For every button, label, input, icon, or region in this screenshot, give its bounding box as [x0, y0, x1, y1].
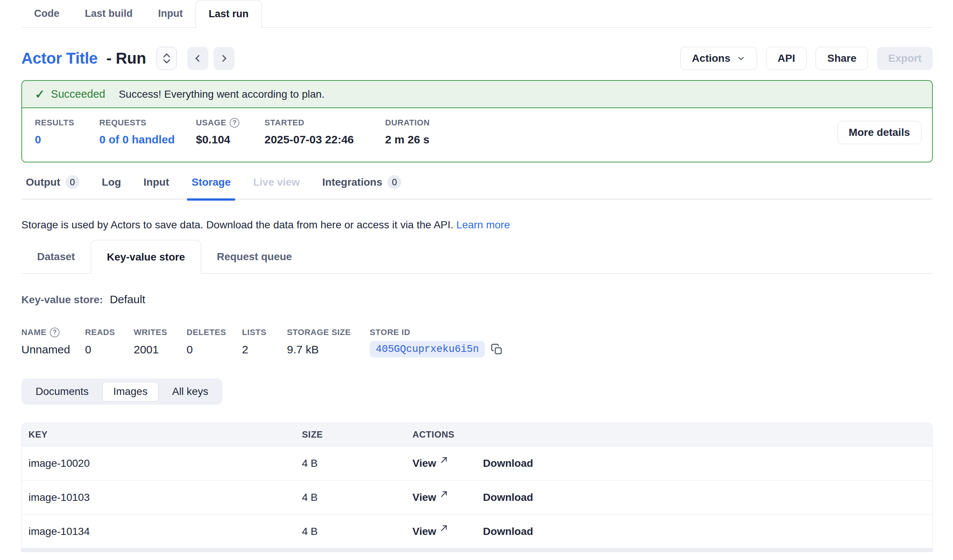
store-stat-deletes: DELETES 0: [186, 328, 242, 357]
run-selector-button[interactable]: [157, 47, 177, 70]
store-stats: NAME ? Unnamed READS 0 WRITES 2001 DELET…: [21, 328, 933, 357]
external-link-icon: [440, 526, 448, 532]
tab-input[interactable]: Input: [145, 0, 196, 27]
table-row: image-10020 4 B View Download: [22, 446, 933, 480]
check-icon: ✓: [35, 87, 45, 101]
actions-dropdown-button[interactable]: Actions: [680, 47, 757, 70]
tab-dataset[interactable]: Dataset: [21, 240, 91, 273]
chevron-right-icon: [219, 53, 229, 63]
name-help-icon[interactable]: ?: [50, 328, 60, 337]
row-size: 4 B: [302, 458, 413, 469]
actions-label: Actions: [692, 53, 731, 64]
stat-started-value: 2025-07-03 22:46: [264, 133, 385, 146]
view-label: View: [413, 526, 436, 538]
kv-store-name: Default: [110, 293, 145, 306]
deletes-header: DELETES: [186, 328, 242, 337]
actor-title-link[interactable]: Actor Title: [21, 50, 98, 67]
storage-tab-bar: Dataset Key-value store Request queue: [21, 240, 933, 274]
writes-header: WRITES: [134, 328, 186, 337]
stat-duration-value: 2 m 26 s: [385, 133, 430, 146]
stat-usage-label: USAGE ?: [196, 118, 264, 128]
col-key-header: KEY: [28, 429, 302, 440]
tab-storage[interactable]: Storage: [191, 175, 230, 189]
download-link[interactable]: Download: [483, 492, 533, 503]
view-label: View: [413, 458, 436, 469]
tab-integrations[interactable]: Integrations 0: [322, 175, 401, 189]
run-tab-bar: Output 0 Log Input Storage Live view Int…: [21, 175, 933, 200]
view-link[interactable]: View: [413, 492, 448, 503]
status-message: Success! Everything went according to pl…: [119, 88, 324, 100]
tab-key-value-store[interactable]: Key-value store: [91, 240, 201, 274]
run-status-card: ✓ Succeeded Success! Everything went acc…: [21, 80, 933, 162]
page-title: Actor Title - Run: [21, 50, 146, 67]
store-stat-name-value: Unnamed: [21, 343, 85, 356]
success-banner: ✓ Succeeded Success! Everything went acc…: [22, 81, 932, 108]
store-stat-storage-size: STORAGE SIZE 9.7 kB: [287, 328, 370, 357]
run-stats: RESULTS 0 REQUESTS 0 of 0 handled USAGE …: [22, 108, 932, 162]
storage-size-value: 9.7 kB: [287, 343, 370, 356]
stat-requests-value[interactable]: 0 of 0 handled: [99, 133, 196, 146]
view-link[interactable]: View: [413, 458, 448, 469]
stat-started: STARTED 2025-07-03 22:46: [264, 118, 385, 146]
row-key: image-10103: [28, 492, 302, 503]
api-button[interactable]: API: [766, 47, 807, 70]
store-stat-name: NAME ? Unnamed: [21, 328, 85, 357]
stat-duration: DURATION 2 m 26 s: [385, 118, 430, 146]
view-label: View: [413, 492, 436, 503]
next-run-button[interactable]: [214, 47, 234, 70]
integrations-count-badge: 0: [387, 175, 401, 189]
previous-run-button[interactable]: [187, 47, 208, 70]
name-header-text: NAME: [21, 328, 47, 337]
tab-last-run[interactable]: Last run: [196, 0, 262, 28]
tab-run-input[interactable]: Input: [143, 175, 169, 189]
stat-requests-label: REQUESTS: [99, 118, 196, 128]
row-size: 4 B: [302, 526, 413, 538]
export-button: Export: [877, 47, 933, 70]
download-link[interactable]: Download: [483, 458, 533, 469]
row-actions: View Download: [413, 492, 933, 503]
filter-all-keys[interactable]: All keys: [161, 381, 219, 402]
storage-description-text: Storage is used by Actors to save data. …: [21, 219, 453, 230]
keys-table: KEY SIZE ACTIONS image-10020 4 B View Do…: [21, 422, 933, 552]
usage-help-icon[interactable]: ?: [230, 118, 239, 128]
download-link[interactable]: Download: [483, 526, 533, 538]
tab-last-build[interactable]: Last build: [72, 0, 146, 27]
row-key: image-10134: [28, 526, 302, 538]
file-tab-bar: Code Last build Input Last run: [21, 0, 933, 28]
tab-integrations-label: Integrations: [322, 176, 382, 188]
reads-header: READS: [85, 328, 134, 337]
store-id-wrap: 405GQcuprxeku6i5n: [370, 341, 503, 357]
chevron-left-icon: [192, 53, 203, 63]
col-size-header: SIZE: [302, 429, 413, 440]
stat-requests: REQUESTS 0 of 0 handled: [99, 118, 196, 146]
kv-store-label: Key-value store:: [21, 294, 103, 306]
keys-table-header: KEY SIZE ACTIONS: [22, 423, 933, 446]
store-id-header: STORE ID: [370, 328, 503, 337]
reads-value: 0: [85, 343, 134, 356]
output-count-badge: 0: [65, 175, 79, 189]
tab-log[interactable]: Log: [102, 175, 121, 189]
stat-duration-label: DURATION: [385, 118, 430, 128]
view-link[interactable]: View: [413, 526, 448, 538]
tab-output[interactable]: Output 0: [26, 175, 79, 189]
up-down-chevrons-icon: [162, 52, 172, 65]
copy-icon[interactable]: [491, 343, 503, 355]
tab-code[interactable]: Code: [21, 0, 72, 27]
store-stat-lists: LISTS 2: [242, 328, 287, 357]
header-actions: Actions API Share Export: [680, 47, 933, 70]
status-badge: Succeeded: [51, 88, 105, 100]
store-stat-store-id: STORE ID 405GQcuprxeku6i5n: [370, 328, 503, 357]
learn-more-link[interactable]: Learn more: [456, 219, 510, 230]
table-row: image-10103 4 B View Download: [22, 480, 933, 514]
filter-documents[interactable]: Documents: [24, 381, 100, 402]
share-button[interactable]: Share: [815, 47, 868, 70]
run-header: Actor Title - Run Actions AP: [21, 46, 933, 70]
stat-results-value[interactable]: 0: [35, 133, 99, 146]
tab-request-queue[interactable]: Request queue: [201, 240, 308, 273]
filter-images[interactable]: Images: [102, 382, 159, 402]
more-details-button[interactable]: More details: [837, 121, 922, 144]
store-id-value[interactable]: 405GQcuprxeku6i5n: [370, 341, 485, 357]
kv-store-row: Key-value store: Default: [21, 293, 933, 306]
actor-run-page: Code Last build Input Last run Actor Tit…: [0, 0, 953, 560]
stat-usage-value: $0.104: [196, 133, 264, 146]
